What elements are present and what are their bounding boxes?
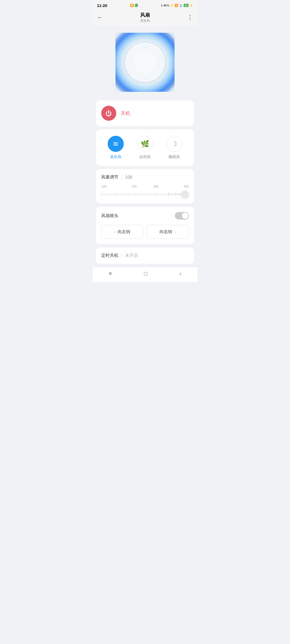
status-right: 1.4K/s ⚡ 📶 📡 21 ⚡ [161, 4, 193, 7]
status-time: 11:20 [97, 3, 107, 8]
wind-mode-card: ≋ 直吹风 🌿 自然风 ☽ 睡眠风 [96, 129, 194, 166]
fan-visualization [93, 26, 197, 100]
speed-indicator: 1.4K/s [161, 4, 169, 7]
shake-buttons: ‹ 向左转 向右转 › [101, 225, 189, 239]
gear-labels: 1挡 2挡 3挡 4挡 [101, 184, 189, 189]
app-header: ← 风扇 直吹风 ⋮ [93, 10, 197, 26]
status-icons: ✉ ↓ [130, 4, 138, 7]
speed-divider [122, 175, 122, 180]
shake-header: 风扇摇头 [101, 212, 189, 219]
wind-mode-natural-label: 自然风 [139, 155, 151, 159]
status-bar: 11:20 ✉ ↓ 1.4K/s ⚡ 📶 📡 21 ⚡ [93, 0, 197, 10]
shake-card: 风扇摇头 ‹ 向左转 向右转 › [96, 207, 194, 244]
speed-card: 风量调节 100 1挡 2挡 3挡 4挡 [96, 169, 194, 203]
wifi-icon: 📡 [179, 4, 183, 7]
slider-ticks [101, 192, 189, 197]
timer-title: 定时关机 [101, 253, 118, 258]
turn-right-button[interactable]: 向右转 › [147, 225, 189, 239]
power-label: 关机 [121, 110, 130, 116]
turn-left-button[interactable]: ‹ 向左转 [101, 225, 143, 239]
gear-3-label: 3挡 [145, 184, 167, 189]
wind-mode-direct-icon: ≋ [108, 136, 124, 152]
gear-2-label: 2挡 [123, 184, 145, 189]
wind-mode-sleep[interactable]: ☽ 睡眠风 [160, 136, 189, 159]
turn-right-label: 向右转 [160, 229, 172, 235]
nav-menu-button[interactable]: ≡ [109, 270, 112, 277]
page-subtitle: 直吹风 [106, 19, 184, 23]
speed-value: 100 [125, 175, 132, 180]
power-button[interactable]: ⏻ [101, 106, 116, 121]
timer-divider [122, 254, 122, 258]
leaf-icon: 🌿 [141, 140, 149, 148]
turn-left-label: 向左转 [118, 229, 130, 235]
header-center: 风扇 直吹风 [106, 12, 184, 23]
inner-ring-4 [132, 50, 158, 75]
notification-icon: ✉ [130, 4, 134, 7]
timer-card[interactable]: 定时关机 未开启 [96, 247, 194, 264]
wind-mode-sleep-label: 睡眠风 [169, 155, 180, 159]
back-button[interactable]: ← [97, 14, 106, 21]
timer-value: 未开启 [125, 253, 138, 258]
nav-home-button[interactable]: □ [144, 270, 147, 277]
wind-mode-direct-label: 直吹风 [110, 155, 121, 159]
more-button[interactable]: ⋮ [184, 14, 193, 21]
fan-inner-circle [125, 42, 165, 82]
right-chevron-icon: › [175, 230, 176, 234]
fan-inner-rings [125, 42, 165, 82]
power-icon: ⏻ [106, 110, 112, 116]
gear-1-label: 1挡 [101, 184, 123, 189]
fan-circle[interactable] [115, 33, 175, 92]
wind-mode-natural-icon: 🌿 [137, 136, 153, 152]
gear-4-label: 4挡 [167, 184, 189, 189]
wind-mode-direct[interactable]: ≋ 直吹风 [101, 136, 130, 159]
signal-icon: 📶 [175, 4, 178, 7]
shake-toggle[interactable] [175, 212, 189, 219]
shake-title: 风扇摇头 [101, 213, 118, 219]
moon-icon: ☽ [171, 140, 177, 148]
timer-row: 定时关机 未开启 [101, 253, 189, 258]
wind-modes-container: ≋ 直吹风 🌿 自然风 ☽ 睡眠风 [101, 135, 189, 160]
page-title: 风扇 [106, 12, 184, 18]
battery-indicator: 21 [184, 4, 189, 7]
power-row: ⏻ 关机 [101, 106, 189, 121]
toggle-thumb [182, 213, 188, 219]
wind-icon: ≋ [113, 140, 119, 148]
download-icon: ↓ [135, 4, 138, 7]
wind-mode-natural[interactable]: 🌿 自然风 [130, 136, 160, 159]
bottom-nav: ≡ □ ‹ [93, 267, 197, 282]
nav-back-button[interactable]: ‹ [179, 270, 181, 277]
speed-header: 风量调节 100 [101, 174, 189, 180]
power-card: ⏻ 关机 [96, 100, 194, 126]
charge-icon: ⚡ [189, 4, 193, 7]
wind-mode-sleep-icon: ☽ [166, 136, 182, 152]
speed-title: 风量调节 [101, 174, 118, 180]
left-chevron-icon: ‹ [114, 230, 115, 234]
slider-thumb[interactable] [181, 191, 189, 198]
speed-slider[interactable] [101, 191, 189, 198]
bluetooth-icon: ⚡ [170, 4, 174, 7]
